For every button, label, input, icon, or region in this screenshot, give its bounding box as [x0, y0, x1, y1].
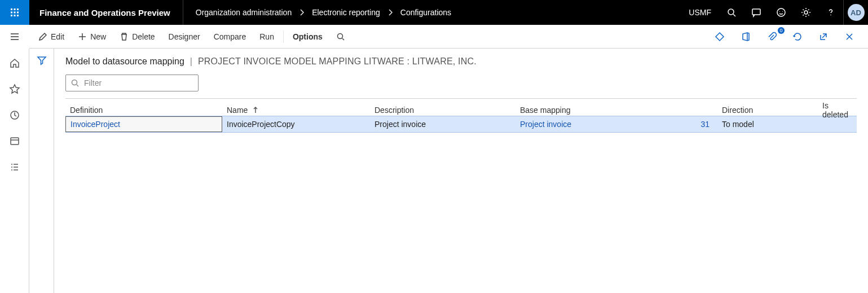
- nav-workspaces[interactable]: [6, 134, 24, 148]
- svg-rect-6: [11, 15, 12, 16]
- nav-home[interactable]: [6, 56, 24, 70]
- grid-filter-input[interactable]: [83, 78, 193, 88]
- topbar-spacer: [451, 0, 681, 25]
- company-picker[interactable]: USMF: [681, 0, 719, 25]
- delete-button[interactable]: Delete: [114, 30, 160, 43]
- search-icon: [726, 7, 737, 18]
- mapping-grid: Definition Name Description Base mapping…: [65, 98, 857, 133]
- grid-filter-input-container[interactable]: [65, 75, 199, 91]
- avatar-initials: AD: [848, 4, 865, 21]
- breadcrumb-item-configurations[interactable]: Configurations: [400, 8, 451, 17]
- col-description-label: Description: [374, 106, 414, 115]
- col-base-mapping-num[interactable]: [634, 108, 717, 112]
- toolbar-separator: [283, 30, 284, 43]
- col-direction[interactable]: Direction: [717, 103, 818, 117]
- office-button[interactable]: [735, 29, 756, 44]
- filter-pane-toggle[interactable]: [37, 55, 47, 67]
- toolbar-search-button[interactable]: [331, 30, 351, 43]
- electronic-reporting-button[interactable]: [709, 29, 730, 44]
- new-label: New: [90, 32, 106, 41]
- search-icon: [71, 78, 80, 88]
- cell-base-mapping-value: Project invoice: [520, 120, 571, 129]
- cell-description-value: Project invoice: [374, 120, 426, 129]
- user-avatar[interactable]: AD: [843, 0, 868, 25]
- cell-direction[interactable]: To model: [717, 117, 818, 131]
- designer-label: Designer: [169, 32, 200, 41]
- svg-rect-1: [14, 8, 16, 10]
- col-definition[interactable]: Definition: [65, 103, 222, 117]
- svg-rect-7: [14, 15, 16, 16]
- popout-button[interactable]: [813, 29, 834, 44]
- new-button[interactable]: New: [72, 30, 112, 43]
- star-icon: [9, 84, 20, 95]
- funnel-icon: [37, 55, 47, 65]
- cell-base-mapping-num-value: 31: [700, 120, 710, 129]
- svg-point-11: [777, 8, 785, 16]
- question-icon: [826, 7, 836, 18]
- svg-rect-2: [17, 8, 19, 10]
- col-base-mapping[interactable]: Base mapping: [515, 103, 634, 117]
- cell-definition[interactable]: InvoiceProject: [65, 116, 222, 132]
- svg-rect-0: [11, 8, 12, 10]
- messages-button[interactable]: [744, 0, 769, 25]
- gear-icon: [801, 7, 811, 18]
- smiley-icon: [776, 7, 786, 18]
- run-label: Run: [259, 32, 274, 41]
- breadcrumb-item-org-admin[interactable]: Organization administration: [196, 8, 292, 17]
- svg-point-16: [337, 33, 342, 38]
- nav-modules[interactable]: [6, 160, 24, 174]
- cell-name-value: InvoiceProjectCopy: [227, 120, 295, 129]
- search-icon: [336, 32, 345, 41]
- action-toolbar: Edit New Delete Designer Compare Run Opt…: [29, 25, 868, 49]
- nav-favorites[interactable]: [6, 82, 24, 96]
- col-direction-label: Direction: [722, 106, 753, 115]
- table-row[interactable]: InvoiceProject InvoiceProjectCopy Projec…: [65, 116, 857, 133]
- svg-rect-10: [752, 9, 760, 15]
- col-name-label: Name: [227, 106, 248, 115]
- chevron-right-icon: [297, 8, 306, 17]
- app-launcher-button[interactable]: [0, 0, 29, 25]
- col-base-mapping-label: Base mapping: [520, 106, 571, 115]
- nav-expand-button[interactable]: [0, 25, 29, 49]
- col-description[interactable]: Description: [370, 103, 515, 117]
- svg-point-9: [728, 9, 734, 15]
- svg-point-12: [779, 11, 780, 12]
- filter-rail: [29, 49, 54, 293]
- settings-button[interactable]: [794, 0, 818, 25]
- breadcrumb: Organization administration Electronic r…: [183, 0, 451, 25]
- office-icon: [741, 32, 751, 42]
- plus-icon: [78, 32, 87, 41]
- cell-is-deleted[interactable]: [818, 122, 857, 126]
- col-definition-label: Definition: [70, 106, 103, 115]
- cell-base-mapping[interactable]: Project invoice: [515, 117, 634, 131]
- col-name[interactable]: Name: [222, 103, 370, 117]
- cell-definition-value: InvoiceProject: [71, 120, 120, 129]
- designer-button[interactable]: Designer: [163, 30, 206, 43]
- options-button[interactable]: Options: [287, 30, 328, 43]
- close-button[interactable]: [839, 29, 860, 44]
- run-button[interactable]: Run: [254, 30, 280, 43]
- paperclip-icon: [766, 32, 777, 42]
- refresh-icon: [792, 32, 803, 42]
- compare-button[interactable]: Compare: [208, 30, 252, 43]
- edit-button[interactable]: Edit: [33, 30, 70, 43]
- svg-point-14: [804, 11, 808, 14]
- attachments-button[interactable]: 0: [761, 29, 782, 44]
- nav-recent[interactable]: [6, 108, 24, 122]
- page-title-row: Model to datasource mapping | PROJECT IN…: [65, 56, 857, 67]
- cell-description[interactable]: Project invoice: [370, 117, 515, 131]
- home-icon: [9, 58, 20, 69]
- col-is-deleted[interactable]: Is deleted: [818, 99, 857, 121]
- svg-point-13: [782, 11, 783, 12]
- main-content: Model to datasource mapping | PROJECT IN…: [54, 49, 868, 293]
- cell-name[interactable]: InvoiceProjectCopy: [222, 117, 370, 131]
- cell-base-mapping-num[interactable]: 31: [634, 117, 717, 131]
- feedback-button[interactable]: [769, 0, 794, 25]
- refresh-button[interactable]: [787, 29, 808, 44]
- svg-rect-3: [11, 12, 12, 14]
- hamburger-icon: [9, 31, 20, 42]
- help-button[interactable]: [818, 0, 843, 25]
- trash-icon: [120, 32, 129, 41]
- breadcrumb-item-er[interactable]: Electronic reporting: [312, 8, 380, 17]
- search-button[interactable]: [719, 0, 744, 25]
